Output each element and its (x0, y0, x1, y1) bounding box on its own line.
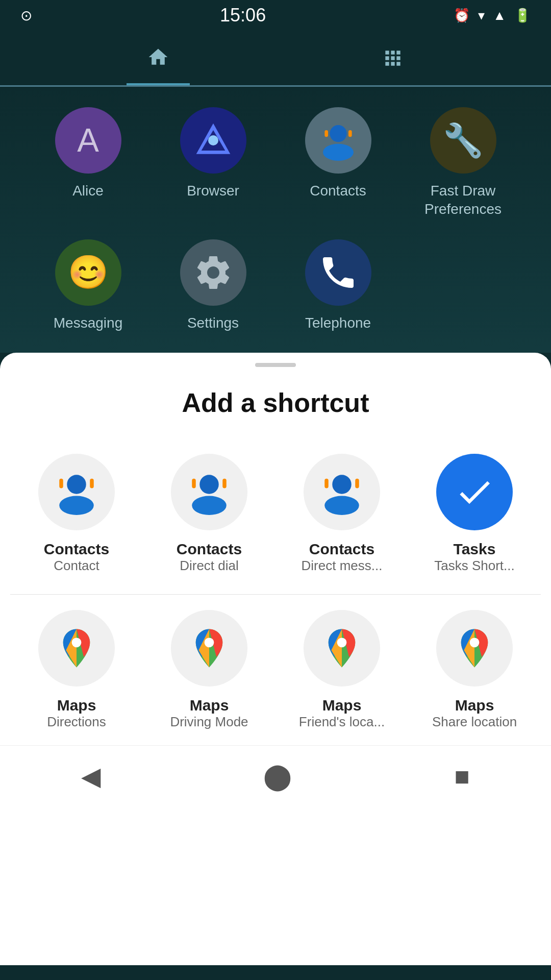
svg-point-15 (332, 475, 352, 494)
back-button[interactable]: ◀ (81, 762, 101, 791)
svg-rect-6 (348, 130, 352, 137)
messaging-label: Messaging (54, 314, 122, 332)
app-contacts[interactable]: Contacts (281, 107, 395, 219)
app-browser[interactable]: Browser (156, 107, 270, 219)
shortcut-contacts-contact[interactable]: Contacts Contact (10, 444, 143, 589)
shortcut-contacts-direct-mess[interactable]: Contacts Direct mess... (276, 444, 408, 589)
status-right-icons: ⏰ ▾ ▲ 🔋 (454, 8, 531, 23)
shortcut-maps-directions[interactable]: Maps Directions (10, 600, 143, 745)
svg-rect-9 (59, 479, 63, 488)
bottom-navigation: ◀ ⬤ ■ (0, 745, 551, 806)
maps-share-name: Maps (455, 697, 494, 714)
contacts-dial-sub: Direct dial (180, 558, 239, 574)
app-grid: A Alice Browser Contacts 🔧 (0, 87, 551, 353)
shortcut-maps-driving[interactable]: Maps Driving Mode (143, 600, 276, 745)
shortcuts-row-2: Maps Directions Maps Driving Mode (0, 600, 551, 745)
app-alice[interactable]: A Alice (31, 107, 145, 219)
maps-share-icon (436, 610, 513, 687)
settings-label: Settings (187, 314, 239, 332)
alarm-icon: ⏰ (454, 8, 470, 23)
maps-driving-icon (171, 610, 247, 687)
svg-rect-17 (324, 479, 329, 488)
contacts-dial-icon (171, 454, 247, 530)
record-icon: ⊙ (20, 8, 32, 23)
maps-share-sub: Share location (432, 714, 517, 730)
fastdraw-label: Fast DrawPreferences (424, 182, 502, 219)
app-messaging[interactable]: 😊 Messaging (31, 239, 145, 332)
contacts-mess-icon (304, 454, 380, 530)
bottom-sheet: Add a shortcut Contacts Contact (0, 353, 551, 965)
tasks-sub: Tasks Short... (434, 558, 515, 574)
recents-button[interactable]: ■ (454, 762, 469, 791)
sheet-handle[interactable] (255, 363, 296, 367)
maps-driving-name: Maps (190, 697, 229, 714)
contacts-contact-sub: Contact (54, 558, 99, 574)
telephone-label: Telephone (305, 314, 371, 332)
svg-point-7 (67, 475, 86, 494)
signal-icon: ▲ (493, 8, 506, 23)
contacts-grid-label: Contacts (310, 182, 366, 200)
top-navigation (0, 31, 551, 87)
contacts-grid-icon (305, 107, 371, 174)
shortcut-contacts-direct-dial[interactable]: Contacts Direct dial (143, 444, 276, 589)
contacts-mess-sub: Direct mess... (302, 558, 383, 574)
clock: 15:06 (220, 5, 266, 26)
alice-icon: A (55, 107, 121, 174)
tasks-name: Tasks (454, 541, 496, 558)
svg-point-22 (470, 638, 480, 648)
contacts-contact-name: Contacts (44, 541, 109, 558)
maps-friends-icon (304, 610, 380, 687)
svg-rect-5 (324, 130, 328, 137)
svg-point-4 (323, 144, 354, 161)
settings-icon (180, 239, 246, 306)
app-fastdraw[interactable]: 🔧 Fast DrawPreferences (406, 107, 520, 219)
svg-point-21 (337, 638, 347, 648)
fastdraw-icon: 🔧 (430, 107, 496, 174)
maps-friends-name: Maps (322, 697, 362, 714)
row-divider (10, 594, 541, 595)
status-left-icons: ⊙ (20, 7, 32, 24)
shortcut-maps-friends[interactable]: Maps Friend's loca... (276, 600, 408, 745)
messaging-icon: 😊 (55, 239, 121, 306)
maps-directions-sub: Directions (47, 714, 106, 730)
svg-point-20 (205, 638, 214, 648)
telephone-icon (305, 239, 371, 306)
wifi-icon: ▾ (478, 8, 485, 23)
battery-icon: 🔋 (514, 8, 531, 23)
tasks-icon (436, 454, 513, 530)
alice-label: Alice (72, 182, 104, 200)
maps-directions-icon (38, 610, 115, 687)
svg-point-8 (59, 496, 94, 516)
svg-point-19 (72, 638, 82, 648)
svg-point-16 (324, 496, 359, 516)
contacts-mess-name: Contacts (309, 541, 374, 558)
svg-point-11 (199, 475, 219, 494)
maps-driving-sub: Driving Mode (170, 714, 248, 730)
status-bar: ⊙ 15:06 ⏰ ▾ ▲ 🔋 (0, 0, 551, 31)
maps-directions-name: Maps (57, 697, 96, 714)
browser-icon (180, 107, 246, 174)
browser-label: Browser (187, 182, 239, 200)
maps-friends-sub: Friend's loca... (299, 714, 385, 730)
svg-point-12 (192, 496, 227, 516)
contacts-contact-icon (38, 454, 115, 530)
contacts-dial-name: Contacts (177, 541, 242, 558)
home-button[interactable]: ⬤ (263, 762, 292, 791)
shortcuts-row-1: Contacts Contact Contacts Direct dial (0, 444, 551, 589)
sheet-title: Add a shortcut (0, 387, 551, 418)
nav-grid[interactable] (361, 37, 424, 84)
svg-rect-18 (355, 479, 359, 488)
app-settings[interactable]: Settings (156, 239, 270, 332)
svg-rect-14 (222, 479, 227, 488)
svg-rect-10 (90, 479, 94, 488)
nav-home[interactable] (127, 36, 190, 85)
shortcut-maps-share[interactable]: Maps Share location (408, 600, 541, 745)
svg-rect-13 (192, 479, 196, 488)
svg-point-2 (208, 135, 218, 145)
svg-point-3 (330, 125, 346, 142)
app-telephone[interactable]: Telephone (281, 239, 395, 332)
shortcut-tasks[interactable]: Tasks Tasks Short... (408, 444, 541, 589)
